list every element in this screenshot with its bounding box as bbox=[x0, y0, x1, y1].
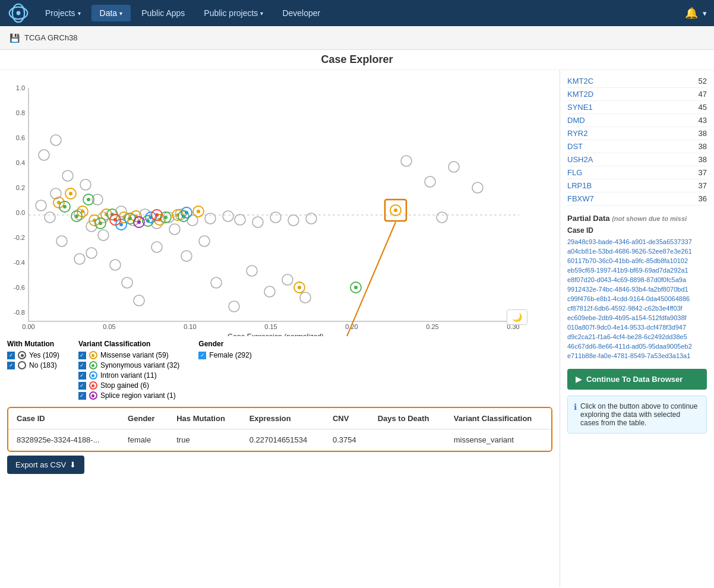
gene-list-item: FBXW736 bbox=[567, 192, 707, 206]
nav-item-projects[interactable]: Projects ▾ bbox=[37, 5, 89, 21]
col-variant-classification: Variant Classification bbox=[446, 408, 551, 429]
svg-point-118 bbox=[185, 211, 188, 214]
mutation-no-label: No (183) bbox=[29, 361, 57, 369]
svg-text:0.8: 0.8 bbox=[16, 109, 25, 116]
svg-point-58 bbox=[211, 277, 222, 288]
svg-point-2 bbox=[17, 11, 21, 15]
svg-point-43 bbox=[252, 217, 263, 227]
cell-cnv: 0.3754 bbox=[324, 429, 369, 451]
case-id-item[interactable]: 010a807f-9dc0-4e14-9533-dcf478f3d947 bbox=[567, 323, 707, 332]
case-id-item[interactable]: 60117b70-36c0-41bb-a9fc-85db8fa10102 bbox=[567, 256, 707, 265]
breadcrumb-text[interactable]: TCGA GRCh38 bbox=[24, 33, 78, 42]
variant-stop-icon bbox=[89, 381, 97, 390]
svg-text:0.6: 0.6 bbox=[16, 134, 25, 141]
export-csv-button[interactable]: Export as CSV ⬇ bbox=[7, 456, 84, 474]
svg-text:0.05: 0.05 bbox=[103, 323, 115, 330]
cell-has-mutation: true bbox=[168, 429, 241, 451]
svg-point-108 bbox=[164, 216, 168, 219]
svg-text:0.2: 0.2 bbox=[16, 184, 25, 191]
gene-link[interactable]: FBXW7 bbox=[567, 194, 594, 203]
svg-point-66 bbox=[401, 156, 412, 166]
case-id-item[interactable]: e8f07d20-d043-4c69-8898-87d0f0fc5a9a bbox=[567, 275, 707, 284]
svg-point-30 bbox=[36, 200, 46, 211]
gene-list-item: FLG37 bbox=[567, 166, 707, 179]
gender-legend-header: Gender bbox=[198, 340, 251, 348]
data-table: Case ID Gender Has Mutation Expression C… bbox=[8, 408, 551, 451]
variant-stop-checkbox[interactable]: ✓ bbox=[78, 382, 86, 390]
gene-link[interactable]: RYR2 bbox=[567, 129, 587, 138]
scatter-plot[interactable]: 1.0 0.8 0.6 0.4 0.2 0.0 -0.2 -0.4 -0.6 -… bbox=[2, 75, 537, 336]
variant-splice-icon bbox=[89, 391, 97, 400]
svg-point-68 bbox=[448, 162, 459, 172]
scatter-plot-container: 1.0 0.8 0.6 0.4 0.2 0.0 -0.2 -0.4 -0.6 -… bbox=[2, 75, 557, 336]
case-id-item[interactable]: d9c2ca21-f1a6-4cf4-be28-6c2492dd38e5 bbox=[567, 332, 707, 342]
gene-link[interactable]: KMT2C bbox=[567, 77, 593, 86]
svg-point-45 bbox=[288, 215, 299, 226]
mutation-no-icon bbox=[18, 361, 26, 369]
variant-splice-checkbox[interactable]: ✓ bbox=[78, 392, 86, 400]
case-id-item[interactable]: ec609ebe-2db9-4b95-a154-512fdfa9038f bbox=[567, 313, 707, 323]
bell-icon[interactable]: 🔔 bbox=[685, 7, 698, 20]
nav-right: 🔔 ▾ bbox=[685, 7, 707, 20]
right-panel: KMT2C52KMT2D47SYNE145DMD43RYR238DST38USH… bbox=[560, 70, 714, 587]
dark-mode-button[interactable]: 🌙 bbox=[507, 309, 527, 325]
gene-link[interactable]: DST bbox=[567, 142, 583, 151]
cell-days-to-death bbox=[369, 429, 446, 451]
svg-point-53 bbox=[134, 295, 144, 306]
gene-link[interactable]: LRP1B bbox=[567, 181, 592, 190]
nav-logo bbox=[7, 2, 30, 24]
nav-bar: Projects ▾ Data ▾ Public Apps Public pro… bbox=[0, 0, 714, 26]
public-projects-chevron-icon: ▾ bbox=[260, 10, 263, 17]
case-id-item[interactable]: c99f476b-e8b1-4cdd-9164-0da450064886 bbox=[567, 294, 707, 304]
svg-point-56 bbox=[181, 251, 192, 261]
gene-list-item: KMT2C52 bbox=[567, 75, 707, 88]
variant-splice-label: Splice region variant (1) bbox=[100, 391, 176, 400]
variant-intron-label: Intron variant (11) bbox=[100, 371, 157, 380]
gene-list-item: RYR238 bbox=[567, 127, 707, 140]
page-title: Case Explorer bbox=[0, 50, 714, 70]
gene-link[interactable]: USH2A bbox=[567, 155, 593, 164]
case-id-item[interactable]: e711b88e-fa0e-4781-8549-7a53ed3a13a1 bbox=[567, 351, 707, 361]
svg-point-44 bbox=[270, 212, 281, 223]
mutation-no-checkbox[interactable]: ✓ bbox=[7, 362, 15, 369]
variant-synonymous-icon bbox=[89, 361, 97, 369]
nav-item-data[interactable]: Data ▾ bbox=[91, 5, 131, 21]
mutation-yes-icon bbox=[18, 351, 26, 359]
gene-list-item: DMD43 bbox=[567, 114, 707, 127]
svg-point-41 bbox=[223, 211, 233, 222]
svg-point-64 bbox=[39, 150, 49, 160]
gene-link[interactable]: KMT2D bbox=[567, 90, 593, 99]
variant-missense-label: Missense variant (59) bbox=[100, 351, 169, 359]
variant-intron-checkbox[interactable]: ✓ bbox=[78, 372, 86, 380]
case-id-item[interactable]: 29a48c93-bade-4346-a901-de35a6537337 bbox=[567, 237, 707, 246]
case-id-item[interactable]: eb59cf69-1997-41b9-bf69-69ad7da292a1 bbox=[567, 265, 707, 275]
nav-item-public-projects[interactable]: Public projects ▾ bbox=[195, 5, 271, 21]
gene-link[interactable]: DMD bbox=[567, 116, 585, 125]
case-id-item[interactable]: 46c67dd6-8e66-411d-ad05-95daa9005eb2 bbox=[567, 342, 707, 351]
cell-case-id: 8328925e-3324-4188-... bbox=[8, 429, 119, 451]
svg-point-98 bbox=[87, 198, 90, 201]
gene-count: 47 bbox=[699, 90, 707, 99]
nav-item-developer[interactable]: Developer bbox=[274, 5, 328, 21]
chart-area: 1.0 0.8 0.6 0.4 0.2 0.0 -0.2 -0.4 -0.6 -… bbox=[0, 70, 560, 587]
case-id-item[interactable]: a04cb81e-53bd-4686-9626-52ee87e3e261 bbox=[567, 246, 707, 256]
partial-data-header: Partial Data (not shown due to missi bbox=[567, 214, 707, 223]
svg-point-25 bbox=[62, 170, 73, 181]
mutation-yes-checkbox[interactable]: ✓ bbox=[7, 352, 15, 359]
info-box: ℹ Click on the button above to continue … bbox=[567, 396, 707, 434]
mutation-legend-header: With Mutation bbox=[7, 340, 59, 348]
gene-link[interactable]: SYNE1 bbox=[567, 103, 593, 112]
variant-legend-header: Variant Classification bbox=[78, 340, 179, 348]
gender-female-checkbox[interactable]: ✓ bbox=[198, 352, 206, 359]
gene-link[interactable]: FLG bbox=[567, 168, 582, 177]
nav-item-public-apps[interactable]: Public Apps bbox=[133, 5, 193, 21]
variant-synonymous-checkbox[interactable]: ✓ bbox=[78, 362, 86, 369]
continue-to-data-browser-button[interactable]: ▶ Continue To Data Browser bbox=[567, 369, 707, 390]
variant-intron-icon bbox=[89, 371, 97, 380]
variant-intron-item: ✓ Intron variant (11) bbox=[78, 371, 179, 380]
variant-missense-checkbox[interactable]: ✓ bbox=[78, 352, 86, 359]
case-id-item[interactable]: cf87812f-6db6-4592-9842-c62b3e4ff03f bbox=[567, 304, 707, 313]
case-id-item[interactable]: 9912432e-74bc-4846-93b4-fa2bf8070bd1 bbox=[567, 284, 707, 294]
variant-stop-label: Stop gained (6) bbox=[100, 381, 149, 390]
table-row[interactable]: 8328925e-3324-4188-... female true 0.227… bbox=[8, 429, 551, 451]
